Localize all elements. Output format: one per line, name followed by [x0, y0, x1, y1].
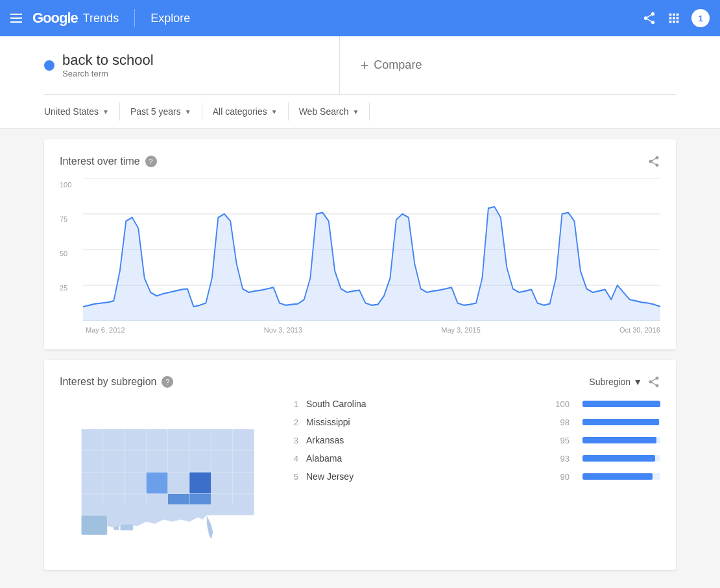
hawaii-island	[114, 526, 119, 530]
ranking-item-4: 4 Alabama 93	[288, 453, 660, 464]
page-label: Explore	[150, 12, 190, 25]
filter-time-label: Past 5 years	[130, 106, 181, 117]
x-label-1: May 6, 2012	[86, 326, 125, 334]
alabama-ms	[189, 494, 211, 505]
us-map	[60, 412, 267, 541]
filter-category[interactable]: All categories ▼	[202, 102, 289, 121]
us-map-container	[60, 399, 267, 554]
rank-bar-bg-5	[582, 473, 660, 480]
y-label-75: 75	[60, 215, 71, 223]
header: Google Trends Explore 1	[0, 0, 720, 36]
subregion-title-row: Interest by subregion ?	[60, 376, 173, 388]
search-type-dropdown-icon: ▼	[352, 108, 359, 115]
user-avatar[interactable]: 1	[691, 9, 710, 27]
rank-bar-2	[582, 419, 659, 425]
filter-bar: United States ▼ Past 5 years ▼ All categ…	[44, 95, 676, 128]
subregion-header-right: Subregion ▼	[589, 375, 660, 388]
region-dropdown-icon: ▼	[102, 108, 109, 115]
arkansas	[146, 472, 167, 493]
subregion-content: 1 South Carolina 100 2 Mississippi 98	[60, 399, 660, 554]
rank-name-5: New Jersey	[306, 471, 542, 482]
search-term-value: back to school	[62, 52, 154, 69]
hawaii	[120, 524, 133, 530]
filter-category-label: All categories	[213, 106, 267, 117]
south-carolina	[189, 472, 211, 493]
ranking-item-5: 5 New Jersey 90	[288, 471, 660, 482]
rank-num-5: 5	[288, 472, 298, 482]
rank-name-3: Arkansas	[306, 435, 542, 445]
rank-name-2: Mississippi	[306, 417, 542, 427]
filter-search-type-label: Web Search	[299, 106, 349, 117]
header-divider	[134, 9, 135, 27]
search-term-type: Search term	[62, 69, 154, 78]
interest-over-time-help-icon[interactable]: ?	[145, 156, 157, 167]
ranking-item-3: 3 Arkansas 95	[288, 435, 660, 445]
search-term-dot	[44, 60, 54, 71]
subregion-help-icon[interactable]: ?	[162, 376, 173, 388]
category-dropdown-icon: ▼	[271, 108, 278, 115]
rank-score-3: 95	[550, 436, 570, 445]
mississippi	[168, 494, 189, 505]
rank-bar-bg-4	[582, 455, 660, 462]
header-right: 1	[642, 9, 710, 27]
y-label-50: 50	[60, 250, 71, 257]
filter-search-type[interactable]: Web Search ▼	[289, 102, 370, 121]
ranking-item-1: 1 South Carolina 100	[288, 399, 660, 409]
rank-num-4: 4	[288, 454, 298, 464]
ranking-item-2: 2 Mississippi 98	[288, 417, 660, 427]
interest-by-subregion-header: Interest by subregion ? Subregion ▼	[60, 375, 660, 388]
rank-bar-3	[582, 437, 656, 443]
x-axis-labels: May 6, 2012 Nov 3, 2013 May 3, 2015 Oct …	[60, 321, 660, 334]
subregion-dropdown[interactable]: Subregion ▼	[589, 377, 642, 387]
rank-name-1: South Carolina	[306, 399, 542, 409]
interest-by-subregion-card: Interest by subregion ? Subregion ▼	[44, 360, 676, 570]
interest-over-time-title-row: Interest over time ?	[60, 156, 157, 167]
apps-icon[interactable]	[667, 11, 681, 25]
interest-over-time-chart: 100 75 50 25	[60, 178, 660, 321]
y-label-25: 25	[60, 284, 71, 292]
rank-num-1: 1	[288, 399, 298, 409]
logo: Google Trends	[32, 10, 119, 27]
rank-bar-4	[582, 455, 655, 462]
y-label-100: 100	[60, 181, 71, 189]
rank-bar-bg-2	[582, 419, 660, 425]
x-label-4: Oct 30, 2016	[619, 326, 660, 334]
search-term-box: back to school Search term	[44, 36, 340, 94]
rank-bar-1	[582, 401, 660, 407]
rank-num-3: 3	[288, 436, 298, 445]
rank-name-4: Alabama	[306, 453, 542, 464]
rankings-list: 1 South Carolina 100 2 Mississippi 98	[288, 399, 660, 554]
chart-svg	[60, 178, 660, 321]
rank-score-1: 100	[550, 399, 570, 409]
filter-time[interactable]: Past 5 years ▼	[120, 102, 202, 121]
subregion-dropdown-arrow: ▼	[633, 377, 642, 387]
search-area: back to school Search term + Compare Uni…	[0, 36, 720, 129]
compare-box[interactable]: + Compare	[340, 36, 677, 94]
filter-region-label: United States	[44, 106, 99, 117]
x-label-2: Nov 3, 2013	[264, 326, 302, 334]
rank-bar-5	[582, 473, 653, 480]
rank-bar-bg-3	[582, 437, 660, 443]
menu-icon[interactable]	[10, 14, 22, 23]
plus-icon: +	[361, 57, 369, 74]
rank-num-2: 2	[288, 417, 298, 427]
header-left: Google Trends Explore	[10, 9, 190, 27]
alaska	[81, 515, 107, 535]
compare-label: Compare	[374, 58, 422, 72]
svg-marker-5	[83, 207, 660, 321]
subregion-share-icon[interactable]	[647, 375, 660, 388]
product-name: Trends	[83, 12, 119, 25]
interest-over-time-header: Interest over time ?	[60, 155, 660, 168]
rank-score-5: 90	[550, 472, 570, 482]
y-axis-labels: 100 75 50 25	[60, 178, 71, 321]
subregion-dropdown-label: Subregion	[589, 377, 630, 387]
rank-bar-bg-1	[582, 401, 660, 407]
interest-over-time-card: Interest over time ? 100 75 50 25	[44, 139, 676, 349]
interest-over-time-title: Interest over time	[60, 156, 140, 167]
search-term-info: back to school Search term	[62, 52, 154, 78]
filter-region[interactable]: United States ▼	[44, 102, 120, 121]
interest-over-time-share-icon[interactable]	[647, 155, 660, 168]
subregion-title: Interest by subregion	[60, 376, 156, 388]
florida	[207, 515, 213, 539]
share-icon[interactable]	[642, 11, 656, 25]
